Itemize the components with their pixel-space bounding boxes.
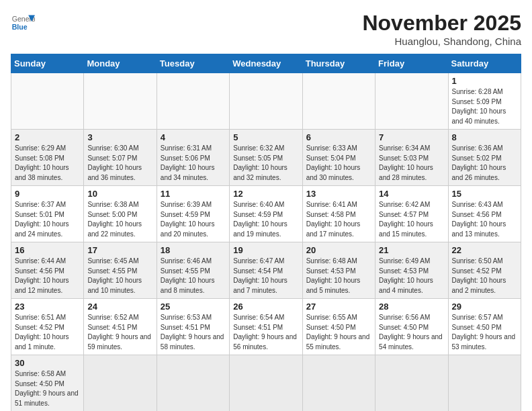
day-number: 29 [452,302,517,312]
weekday-header-friday: Friday [375,54,448,73]
day-info: Sunrise: 6:28 AMSunset: 5:09 PMDaylight:… [452,87,517,126]
day-number: 16 [15,245,80,255]
day-info: Sunrise: 6:39 AMSunset: 4:59 PMDaylight:… [161,200,226,239]
calendar-cell [302,73,375,130]
day-info: Sunrise: 6:32 AMSunset: 5:05 PMDaylight:… [233,144,298,183]
calendar-cell: 10Sunrise: 6:38 AMSunset: 5:00 PMDayligh… [84,186,157,242]
calendar-cell: 22Sunrise: 6:50 AMSunset: 4:52 PMDayligh… [448,242,521,299]
calendar-cell [375,355,448,412]
day-number: 5 [233,132,298,142]
header: General Blue November 2025 Huanglou, Sha… [11,11,521,47]
day-info: Sunrise: 6:40 AMSunset: 4:59 PMDaylight:… [233,200,298,239]
day-info: Sunrise: 6:29 AMSunset: 5:08 PMDaylight:… [15,144,80,183]
weekday-header-sunday: Sunday [11,54,84,73]
day-number: 11 [161,189,226,199]
day-info: Sunrise: 6:37 AMSunset: 5:01 PMDaylight:… [15,200,80,239]
day-info: Sunrise: 6:44 AMSunset: 4:56 PMDaylight:… [15,257,80,295]
weekday-header-row: SundayMondayTuesdayWednesdayThursdayFrid… [11,54,521,73]
day-number: 9 [15,189,80,199]
calendar-cell: 29Sunrise: 6:57 AMSunset: 4:50 PMDayligh… [448,299,521,355]
title-block: November 2025 Huanglou, Shandong, China [362,11,521,47]
day-info: Sunrise: 6:50 AMSunset: 4:52 PMDaylight:… [452,257,517,295]
day-info: Sunrise: 6:30 AMSunset: 5:07 PMDaylight:… [87,144,152,183]
calendar-cell: 28Sunrise: 6:56 AMSunset: 4:50 PMDayligh… [375,299,448,355]
calendar-cell: 25Sunrise: 6:53 AMSunset: 4:51 PMDayligh… [157,299,229,355]
calendar-cell: 2Sunrise: 6:29 AMSunset: 5:08 PMDaylight… [11,130,84,186]
day-info: Sunrise: 6:34 AMSunset: 5:03 PMDaylight:… [379,144,444,183]
day-number: 10 [87,189,152,199]
day-number: 7 [379,132,444,142]
calendar-cell: 1Sunrise: 6:28 AMSunset: 5:09 PMDaylight… [448,73,521,130]
day-info: Sunrise: 6:55 AMSunset: 4:50 PMDaylight:… [306,313,371,352]
calendar-cell: 7Sunrise: 6:34 AMSunset: 5:03 PMDaylight… [375,130,448,186]
week-row-3: 9Sunrise: 6:37 AMSunset: 5:01 PMDaylight… [11,186,521,242]
day-number: 8 [452,132,517,142]
day-info: Sunrise: 6:56 AMSunset: 4:50 PMDaylight:… [379,313,444,352]
calendar-cell: 13Sunrise: 6:41 AMSunset: 4:58 PMDayligh… [302,186,375,242]
svg-text:Blue: Blue [12,23,28,31]
calendar-cell: 4Sunrise: 6:31 AMSunset: 5:06 PMDaylight… [157,130,229,186]
day-number: 6 [306,132,371,142]
calendar-cell [157,355,229,412]
day-info: Sunrise: 6:33 AMSunset: 5:04 PMDaylight:… [306,144,371,183]
calendar-cell: 18Sunrise: 6:46 AMSunset: 4:55 PMDayligh… [157,242,229,299]
day-number: 3 [87,132,152,142]
day-info: Sunrise: 6:58 AMSunset: 4:50 PMDaylight:… [15,369,80,408]
week-row-2: 2Sunrise: 6:29 AMSunset: 5:08 PMDaylight… [11,130,521,186]
calendar-cell [84,73,157,130]
day-info: Sunrise: 6:41 AMSunset: 4:58 PMDaylight:… [306,200,371,239]
location-subtitle: Huanglou, Shandong, China [362,36,521,47]
logo-icon: General Blue [11,11,35,35]
day-info: Sunrise: 6:53 AMSunset: 4:51 PMDaylight:… [161,313,226,352]
day-number: 23 [15,302,80,312]
day-info: Sunrise: 6:38 AMSunset: 5:00 PMDaylight:… [87,200,152,239]
day-info: Sunrise: 6:42 AMSunset: 4:57 PMDaylight:… [379,200,444,239]
week-row-4: 16Sunrise: 6:44 AMSunset: 4:56 PMDayligh… [11,242,521,299]
day-number: 20 [306,245,371,255]
day-number: 15 [452,189,517,199]
calendar-cell: 30Sunrise: 6:58 AMSunset: 4:50 PMDayligh… [11,355,84,412]
calendar-cell: 24Sunrise: 6:52 AMSunset: 4:51 PMDayligh… [84,299,157,355]
calendar-cell: 14Sunrise: 6:42 AMSunset: 4:57 PMDayligh… [375,186,448,242]
calendar-cell: 19Sunrise: 6:47 AMSunset: 4:54 PMDayligh… [230,242,302,299]
day-number: 19 [233,245,298,255]
day-number: 1 [452,76,517,86]
calendar-cell [84,355,157,412]
day-info: Sunrise: 6:45 AMSunset: 4:55 PMDaylight:… [87,257,152,295]
day-number: 30 [15,358,80,368]
calendar-cell: 17Sunrise: 6:45 AMSunset: 4:55 PMDayligh… [84,242,157,299]
calendar-table: SundayMondayTuesdayWednesdayThursdayFrid… [11,54,521,411]
day-info: Sunrise: 6:57 AMSunset: 4:50 PMDaylight:… [452,313,517,352]
day-number: 25 [161,302,226,312]
day-info: Sunrise: 6:54 AMSunset: 4:51 PMDaylight:… [233,313,298,352]
calendar-cell: 20Sunrise: 6:48 AMSunset: 4:53 PMDayligh… [302,242,375,299]
day-number: 26 [233,302,298,312]
calendar-cell: 11Sunrise: 6:39 AMSunset: 4:59 PMDayligh… [157,186,229,242]
day-number: 2 [15,132,80,142]
day-info: Sunrise: 6:48 AMSunset: 4:53 PMDaylight:… [306,257,371,295]
day-number: 24 [87,302,152,312]
calendar-cell: 16Sunrise: 6:44 AMSunset: 4:56 PMDayligh… [11,242,84,299]
day-info: Sunrise: 6:43 AMSunset: 4:56 PMDaylight:… [452,200,517,239]
calendar-cell [230,73,302,130]
day-number: 12 [233,189,298,199]
day-number: 27 [306,302,371,312]
calendar-cell [230,355,302,412]
day-info: Sunrise: 6:51 AMSunset: 4:52 PMDaylight:… [15,313,80,352]
weekday-header-tuesday: Tuesday [157,54,229,73]
weekday-header-thursday: Thursday [302,54,375,73]
month-year-title: November 2025 [362,11,521,36]
calendar-cell: 12Sunrise: 6:40 AMSunset: 4:59 PMDayligh… [230,186,302,242]
calendar-cell: 15Sunrise: 6:43 AMSunset: 4:56 PMDayligh… [448,186,521,242]
calendar-cell: 21Sunrise: 6:49 AMSunset: 4:53 PMDayligh… [375,242,448,299]
calendar-cell: 23Sunrise: 6:51 AMSunset: 4:52 PMDayligh… [11,299,84,355]
day-info: Sunrise: 6:46 AMSunset: 4:55 PMDaylight:… [161,257,226,295]
calendar-cell [302,355,375,412]
calendar-cell: 27Sunrise: 6:55 AMSunset: 4:50 PMDayligh… [302,299,375,355]
day-number: 22 [452,245,517,255]
day-number: 14 [379,189,444,199]
day-number: 17 [87,245,152,255]
day-info: Sunrise: 6:49 AMSunset: 4:53 PMDaylight:… [379,257,444,295]
calendar-cell [448,355,521,412]
calendar-cell: 9Sunrise: 6:37 AMSunset: 5:01 PMDaylight… [11,186,84,242]
